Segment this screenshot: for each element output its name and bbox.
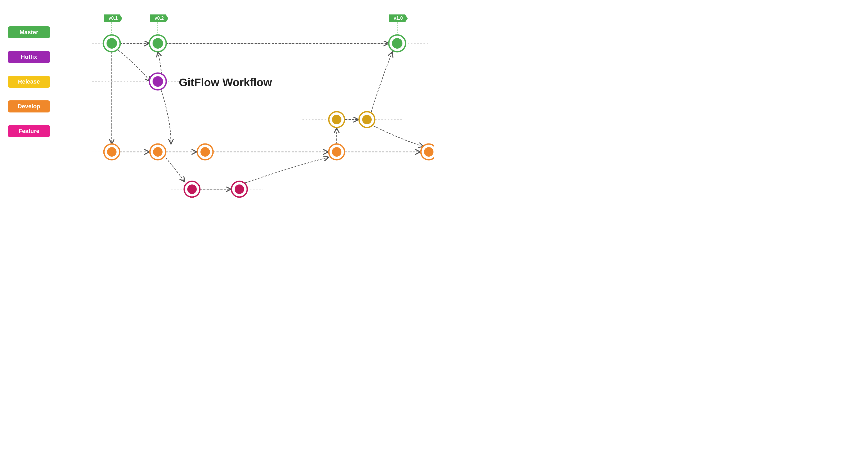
node-release-1-inner [332,115,341,124]
node-feature-2-inner [235,184,244,194]
develop-badge: Develop [8,100,50,112]
svg-text:v0.1: v0.1 [108,15,118,21]
feature-badge: Feature [8,125,50,137]
hotfix-badge: Hotfix [8,51,50,63]
node-develop-2-inner [153,147,162,157]
svg-text:v1.0: v1.0 [394,15,403,21]
gitflow-diagram: v0.1 v0.2 v1.0 [66,0,434,236]
node-master-3-inner [392,38,402,48]
node-hotfix-1-inner [153,76,163,87]
diagram-title: GitFlow Workflow [179,76,272,89]
tag-v10: v1.0 [389,14,408,36]
node-master-2-inner [153,38,163,48]
tag-v02: v0.2 [150,14,168,36]
node-develop-1-inner [107,147,117,157]
legend: Master Hotfix Release Develop Feature [8,26,50,137]
legend-item-release: Release [8,76,50,88]
node-develop-5-inner [424,147,433,157]
node-develop-3-inner [200,147,210,157]
svg-text:v0.2: v0.2 [154,15,164,21]
legend-item-feature: Feature [8,125,50,137]
node-master-1-inner [106,38,117,48]
node-feature-1-inner [187,184,197,194]
legend-item-master: Master [8,26,50,38]
legend-item-develop: Develop [8,100,50,112]
legend-item-hotfix: Hotfix [8,51,50,63]
node-release-2-inner [362,115,372,124]
tag-v01: v0.1 [104,14,122,36]
release-badge: Release [8,76,50,88]
master-badge: Master [8,26,50,38]
node-develop-4-inner [332,147,341,157]
